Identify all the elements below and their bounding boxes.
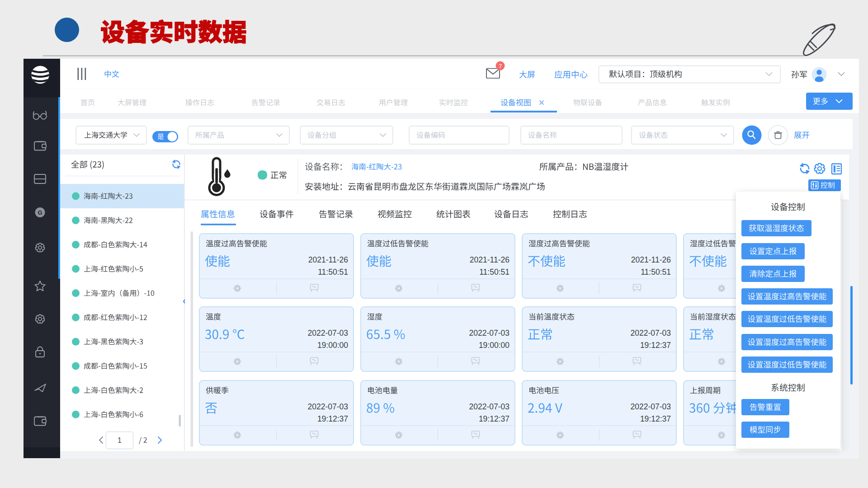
svg-text:2022-07-03: 2022-07-03 <box>469 402 509 411</box>
svg-text:7: 7 <box>499 63 502 70</box>
svg-text:19:12:37: 19:12:37 <box>317 414 348 423</box>
svg-text:2022-07-03: 2022-07-03 <box>307 402 348 411</box>
svg-text:2022-07-03: 2022-07-03 <box>630 328 671 338</box>
svg-text:11:50:51: 11:50:51 <box>479 267 509 277</box>
svg-text:19:12:37: 19:12:37 <box>640 341 671 350</box>
svg-text:2022-07-03: 2022-07-03 <box>307 328 348 338</box>
svg-text:19:00:00: 19:00:00 <box>317 341 348 350</box>
svg-text:19:00:00: 19:00:00 <box>479 341 509 350</box>
svg-text:2022-07-03: 2022-07-03 <box>630 402 671 411</box>
svg-text:11:50:51: 11:50:51 <box>641 267 671 277</box>
svg-text:G: G <box>38 209 42 216</box>
svg-text:2021-11-26: 2021-11-26 <box>308 255 348 264</box>
svg-text:19:12:37: 19:12:37 <box>640 414 671 423</box>
svg-text:1: 1 <box>118 436 122 444</box>
svg-text:2021-11-26: 2021-11-26 <box>631 255 671 264</box>
svg-text:2022-07-03: 2022-07-03 <box>469 328 509 338</box>
svg-text:2021-11-26: 2021-11-26 <box>470 255 509 264</box>
svg-text:11:50:51: 11:50:51 <box>318 267 348 277</box>
svg-text:19:12:37: 19:12:37 <box>479 414 509 423</box>
